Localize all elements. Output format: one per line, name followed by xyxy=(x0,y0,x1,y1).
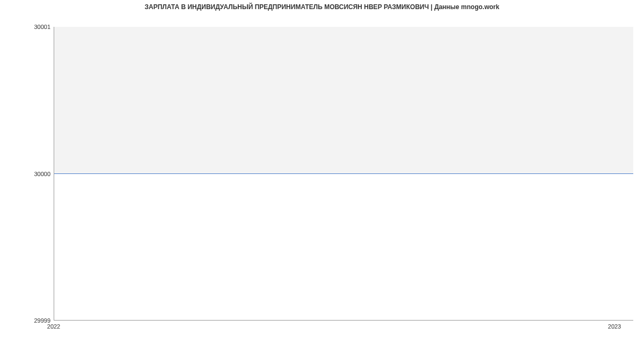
y-tick-30000: 30000 xyxy=(34,171,50,177)
area-fill-upper xyxy=(54,27,633,173)
x-tick-2022: 2022 xyxy=(47,323,60,330)
salary-chart: ЗАРПЛАТА В ИНДИВИДУАЛЬНЫЙ ПРЕДПРИНИМАТЕЛ… xyxy=(0,0,644,349)
chart-title: ЗАРПЛАТА В ИНДИВИДУАЛЬНЫЙ ПРЕДПРИНИМАТЕЛ… xyxy=(0,3,644,11)
plot-area xyxy=(54,27,633,321)
y-tick-30001: 30001 xyxy=(34,24,50,30)
x-tick-2023: 2023 xyxy=(608,323,621,330)
area-fill-lower xyxy=(54,173,633,320)
salary-line xyxy=(54,173,633,174)
